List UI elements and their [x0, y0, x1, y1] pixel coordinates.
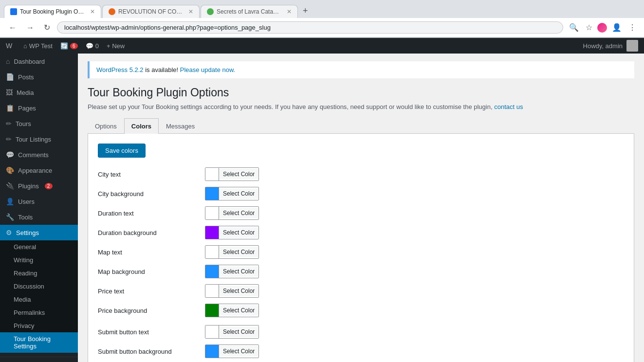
- pages-icon: 📋: [6, 104, 14, 112]
- select-color-label-map-bg: Select Color: [219, 266, 258, 277]
- reload-button[interactable]: ↻: [41, 22, 53, 33]
- submenu-reading[interactable]: Reading: [0, 267, 78, 280]
- color-swatch-city-bg: [205, 187, 219, 200]
- profile-icon[interactable]: 👤: [610, 21, 624, 34]
- wp-main: WordPress 5.2.2 is available! Please upd…: [78, 54, 644, 362]
- wp-version-link[interactable]: WordPress 5.2.2: [96, 66, 144, 73]
- back-button[interactable]: ←: [6, 22, 19, 33]
- browser-tab-3[interactable]: Secrets of Lavra Cataco... ✕: [201, 5, 298, 18]
- admin-avatar: [626, 40, 638, 52]
- sidebar-item-comments[interactable]: 💬Comments: [0, 147, 78, 163]
- submenu-tour-booking[interactable]: Tour Booking Settings: [0, 332, 78, 353]
- color-label-duration-bg: Duration background: [98, 229, 205, 236]
- admin-bar-updates[interactable]: 🔄 6: [60, 42, 78, 50]
- sidebar-label-tours: Tours: [16, 120, 31, 127]
- color-swatch-btn-city-bg[interactable]: Select Color: [205, 187, 259, 200]
- sidebar-item-tours[interactable]: ✏Tours: [0, 116, 78, 131]
- browser-chrome: Tour Booking Plugin Opti... ✕ REVOLUTION…: [0, 0, 644, 38]
- sidebar-label-appearance: Appearance: [18, 167, 52, 174]
- color-swatch-btn-duration-text[interactable]: Select Color: [205, 206, 259, 220]
- tours-icon: ✏: [6, 120, 12, 127]
- sidebar-item-users[interactable]: 👤Users: [0, 194, 78, 209]
- collapse-menu[interactable]: « Collapse menu: [0, 357, 78, 362]
- browser-tab-2[interactable]: REVOLUTION OF CONSC... ✕: [102, 5, 200, 18]
- sidebar-item-dashboard[interactable]: ⌂Dashboard: [0, 54, 78, 69]
- color-swatch-duration-bg: [205, 226, 219, 239]
- submenu-discussion[interactable]: Discussion: [0, 280, 78, 293]
- sidebar-item-media[interactable]: 🖼Media: [0, 85, 78, 100]
- tab-favicon-3: [207, 8, 214, 15]
- submenu-permalinks[interactable]: Permalinks: [0, 306, 78, 319]
- sidebar-item-plugins[interactable]: 🔌Plugins2: [0, 178, 78, 194]
- bookmark-icon[interactable]: ☆: [584, 21, 594, 34]
- menu-icon[interactable]: ⋮: [626, 21, 638, 34]
- sidebar-item-tools[interactable]: 🔧Tools: [0, 209, 78, 225]
- browser-tab-1[interactable]: Tour Booking Plugin Opti... ✕: [4, 5, 101, 18]
- sidebar-label-tools: Tools: [18, 214, 33, 221]
- page-description: Please set up your Tour Booking settings…: [88, 103, 634, 110]
- tabs-bar: Options Colors Messages: [88, 118, 634, 134]
- tab-bar: Tour Booking Plugin Opti... ✕ REVOLUTION…: [0, 0, 644, 18]
- search-icon[interactable]: 🔍: [567, 21, 581, 34]
- color-swatch-btn-submit-text[interactable]: Select Color: [205, 325, 259, 339]
- update-message: is available!: [144, 66, 180, 73]
- color-swatch-btn-duration-bg[interactable]: Select Color: [205, 226, 259, 239]
- save-colors-top-button[interactable]: Save colors: [98, 144, 146, 158]
- tab-close-2[interactable]: ✕: [188, 8, 193, 15]
- color-row-submit-text: Submit button textSelect Color: [98, 325, 624, 339]
- wp-logo-item[interactable]: W: [6, 41, 16, 51]
- page-title: Tour Booking Plugin Options: [88, 86, 634, 99]
- tab-options[interactable]: Options: [88, 118, 124, 134]
- color-swatch-btn-city-text[interactable]: Select Color: [205, 167, 259, 181]
- submenu-label-permalinks: Permalinks: [14, 309, 45, 316]
- tab-messages[interactable]: Messages: [159, 118, 202, 134]
- sidebar-item-appearance[interactable]: 🎨Appearance: [0, 163, 78, 178]
- sidebar-item-pages[interactable]: 📋Pages: [0, 100, 78, 116]
- forward-button[interactable]: →: [23, 22, 37, 33]
- color-rows-container: City textSelect ColorCity backgroundSele…: [98, 167, 624, 317]
- sidebar-item-settings[interactable]: ⚙Settings: [0, 225, 78, 240]
- settings-submenu: General Writing Reading Discussion Media…: [0, 240, 78, 353]
- sidebar-item-posts[interactable]: 📄Posts: [0, 69, 78, 85]
- submenu-media-settings[interactable]: Media: [0, 293, 78, 306]
- submenu-general[interactable]: General: [0, 240, 78, 253]
- contact-us-link[interactable]: contact us: [494, 103, 523, 110]
- admin-bar-site-name: WP Test: [29, 42, 53, 50]
- submenu-privacy[interactable]: Privacy: [0, 319, 78, 332]
- admin-bar-comments[interactable]: 💬 0: [86, 42, 99, 50]
- color-swatch-btn-submit-bg[interactable]: Select Color: [205, 344, 259, 358]
- color-swatch-btn-price-text[interactable]: Select Color: [205, 284, 259, 298]
- color-label-price-bg: Price background: [98, 307, 205, 314]
- tab-colors[interactable]: Colors: [124, 118, 159, 134]
- submenu-label-writing: Writing: [14, 256, 33, 264]
- sidebar-item-tour-listings[interactable]: ✏Tour Listings: [0, 131, 78, 147]
- comments-menu-icon: 💬: [6, 151, 14, 159]
- extension-icon[interactable]: [597, 23, 607, 33]
- color-label-map-text: Map text: [98, 249, 205, 256]
- select-color-label-city-bg: Select Color: [219, 188, 258, 199]
- select-color-label-duration-text: Select Color: [219, 208, 258, 218]
- select-color-label-price-bg: Select Color: [219, 305, 258, 316]
- color-swatch-btn-price-bg[interactable]: Select Color: [205, 304, 259, 317]
- tab-close-1[interactable]: ✕: [90, 8, 95, 15]
- plugins-badge: 2: [45, 183, 53, 189]
- select-color-label-city-text: Select Color: [219, 169, 258, 180]
- appearance-icon: 🎨: [6, 166, 14, 174]
- update-now-link[interactable]: Please update now.: [180, 66, 235, 73]
- admin-bar-site[interactable]: ⌂ WP Test: [23, 42, 53, 50]
- page-desc-text: Please set up your Tour Booking settings…: [88, 103, 493, 110]
- tour-listings-icon: ✏: [6, 135, 12, 143]
- new-tab-button[interactable]: +: [299, 4, 312, 18]
- admin-bar-howdy[interactable]: Howdy, admin: [583, 40, 638, 52]
- admin-bar-new[interactable]: + New: [107, 42, 125, 50]
- submenu-writing[interactable]: Writing: [0, 253, 78, 267]
- color-swatch-duration-text: [205, 207, 219, 219]
- url-input[interactable]: [57, 21, 563, 34]
- tab-close-3[interactable]: ✕: [287, 8, 292, 15]
- color-swatch-btn-map-text[interactable]: Select Color: [205, 245, 259, 259]
- color-swatch-btn-map-bg[interactable]: Select Color: [205, 265, 259, 278]
- tab-favicon-2: [109, 8, 115, 15]
- color-swatch-price-bg: [205, 304, 219, 317]
- sidebar-label-users: Users: [18, 198, 35, 205]
- submenu-label-media: Media: [14, 296, 31, 303]
